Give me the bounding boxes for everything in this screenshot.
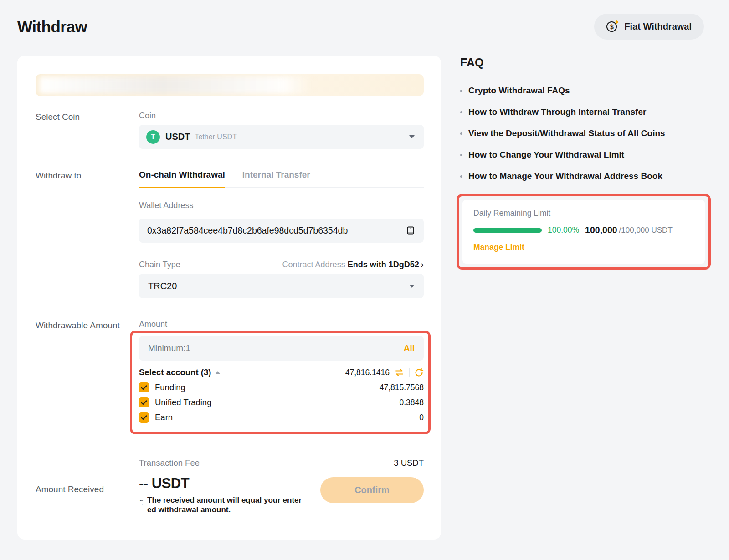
select-coin-label: Select Coin	[36, 111, 139, 149]
section-divider	[460, 193, 711, 193]
amount-input[interactable]	[148, 343, 398, 353]
faq-item-internal-transfer[interactable]: How to Withdraw Through Internal Transfe…	[460, 107, 711, 117]
account-row-funding: Funding 47,815.7568	[139, 382, 424, 392]
amount-received-row: Amount Received -- USDT ←→ The received …	[36, 475, 424, 514]
select-coin-row: Select Coin Coin T USDT Tether USDT	[36, 111, 424, 149]
faq-item-label: How to Change Your Withdrawal Limit	[468, 150, 624, 160]
address-book-icon[interactable]	[406, 226, 416, 236]
funding-checkbox[interactable]	[139, 382, 149, 392]
withdraw-card: Select Coin Coin T USDT Tether USDT With…	[17, 56, 441, 540]
received-note-line2: ed withdrawal amount.	[147, 505, 231, 514]
blurred-banner-content	[39, 76, 311, 94]
received-note-line1: The received amount will equal your ente…	[147, 496, 302, 504]
account-balance: 0	[419, 413, 424, 423]
annotation-highlight-limit: Daily Remaining Limit 100.00% 100,000/10…	[457, 194, 711, 270]
select-account-toggle[interactable]: Select account (3) 47,816.1416	[139, 367, 424, 377]
fiat-withdrawal-button[interactable]: $✦ Fiat Withdrawal	[594, 14, 704, 40]
total-balance: 47,816.1416	[345, 368, 390, 377]
manage-limit-link[interactable]: Manage Limit	[473, 243, 694, 252]
unified-trading-checkbox[interactable]	[139, 397, 149, 407]
transfer-arrows-icon: ←→	[139, 496, 144, 514]
annotation-highlight-amount: All Select account (3) 47,816.1416	[130, 331, 431, 434]
all-button[interactable]: All	[404, 343, 415, 353]
contract-address-text: Contract Address	[282, 260, 348, 269]
amount-received-block: -- USDT ←→ The received amount will equa…	[139, 475, 319, 514]
faq-item-label: Crypto Withdrawal FAQs	[468, 86, 570, 96]
coin-full-name: Tether USDT	[195, 133, 236, 141]
chain-type-header: Chain Type Contract Address Ends with 1D…	[139, 260, 424, 270]
amount-field-label: Amount	[139, 320, 424, 329]
page-header: Withdraw $✦ Fiat Withdrawal	[17, 14, 704, 40]
account-row-earn: Earn 0	[139, 412, 424, 423]
received-note: ←→ The received amount will equal your e…	[139, 496, 319, 514]
amount-received-value: -- USDT	[139, 475, 319, 492]
faq-list: Crypto Withdrawal FAQs How to Withdraw T…	[460, 86, 711, 181]
icon-divider	[409, 368, 410, 377]
faq-item-crypto-withdrawal-faqs[interactable]: Crypto Withdrawal FAQs	[460, 86, 711, 96]
divider	[139, 448, 424, 448]
chevron-right-icon: ›	[421, 260, 424, 269]
withdraw-to-label: Withdraw to	[36, 170, 139, 298]
transaction-fee-label: Transaction Fee	[139, 458, 200, 468]
bullet-icon	[460, 132, 462, 135]
faq-item-label: View the Deposit/Withdrawal Status of Al…	[468, 128, 665, 138]
promo-banner	[36, 74, 424, 96]
wallet-address-label: Wallet Address	[139, 201, 424, 210]
faq-item-deposit-withdrawal-status[interactable]: View the Deposit/Withdrawal Status of Al…	[460, 128, 711, 138]
tab-internal-transfer[interactable]: Internal Transfer	[242, 170, 310, 187]
coin-select[interactable]: T USDT Tether USDT	[139, 125, 424, 149]
limit-progress-bar	[473, 228, 542, 233]
faq-item-label: How to Manage Your Withdrawal Address Bo…	[468, 171, 662, 181]
bullet-icon	[460, 175, 462, 178]
withdrawable-amount-label: Withdrawable Amount	[36, 320, 139, 468]
amount-received-label: Amount Received	[36, 475, 139, 514]
transaction-fee-row: Transaction Fee 3 USDT	[139, 458, 424, 468]
account-name: Funding	[155, 382, 185, 392]
coin-symbol: USDT	[165, 132, 190, 142]
chain-select[interactable]: TRC20	[139, 274, 424, 298]
dollar-circle-plus-icon: $✦	[606, 20, 619, 33]
daily-limit-progress-row: 100.00% 100,000/100,000 USDT	[473, 225, 694, 235]
faq-item-address-book[interactable]: How to Manage Your Withdrawal Address Bo…	[460, 171, 711, 181]
account-row-unified-trading: Unified Trading 0.3848	[139, 397, 424, 407]
confirm-button[interactable]: Confirm	[320, 477, 424, 503]
faq-sidebar: FAQ Crypto Withdrawal FAQs How to Withdr…	[460, 56, 711, 540]
select-account-label: Select account (3)	[139, 367, 211, 377]
earn-checkbox[interactable]	[139, 412, 149, 423]
chevron-down-icon	[409, 285, 415, 288]
bullet-icon	[460, 90, 462, 92]
withdraw-method-tabs: On-chain Withdrawal Internal Transfer	[139, 170, 424, 188]
wallet-address-input[interactable]	[147, 225, 406, 236]
transfer-swap-icon[interactable]	[394, 368, 405, 377]
content: Select Coin Coin T USDT Tether USDT With…	[17, 56, 711, 540]
triangle-up-icon	[215, 371, 221, 374]
withdraw-to-row: Withdraw to On-chain Withdrawal Internal…	[36, 170, 424, 298]
refresh-balance-icon[interactable]	[414, 368, 424, 377]
fiat-withdrawal-label: Fiat Withdrawal	[624, 21, 692, 32]
chevron-down-icon	[409, 135, 415, 138]
limit-total: /100,000 USDT	[619, 226, 673, 235]
tab-onchain-withdrawal[interactable]: On-chain Withdrawal	[139, 170, 225, 188]
account-name: Earn	[155, 412, 173, 423]
wallet-address-field	[139, 219, 424, 243]
account-name: Unified Trading	[155, 397, 211, 407]
bullet-icon	[460, 154, 462, 156]
chain-value: TRC20	[146, 281, 177, 291]
contract-address-link[interactable]: Contract Address Ends with 1DgD52›	[282, 260, 424, 270]
amount-field: All	[139, 336, 424, 361]
account-balance: 47,815.7568	[380, 383, 424, 392]
transaction-fee-value: 3 USDT	[394, 458, 424, 468]
contract-address-value: Ends with 1DgD52	[348, 260, 419, 269]
coin-field-label: Coin	[139, 111, 424, 121]
limit-percent: 100.00%	[548, 225, 579, 235]
bullet-icon	[460, 111, 462, 113]
limit-remaining: 100,000	[585, 225, 617, 235]
faq-item-change-withdrawal-limit[interactable]: How to Change Your Withdrawal Limit	[460, 150, 711, 160]
page-title: Withdraw	[17, 18, 87, 36]
amount-row: Withdrawable Amount Amount All Select ac…	[36, 320, 424, 468]
chain-type-label: Chain Type	[139, 260, 180, 270]
daily-limit-card: Daily Remaining Limit 100.00% 100,000/10…	[462, 200, 705, 264]
tether-coin-icon: T	[146, 130, 160, 144]
account-balance: 0.3848	[399, 398, 424, 407]
withdraw-page: Withdraw $✦ Fiat Withdrawal Select Coin …	[0, 0, 729, 560]
